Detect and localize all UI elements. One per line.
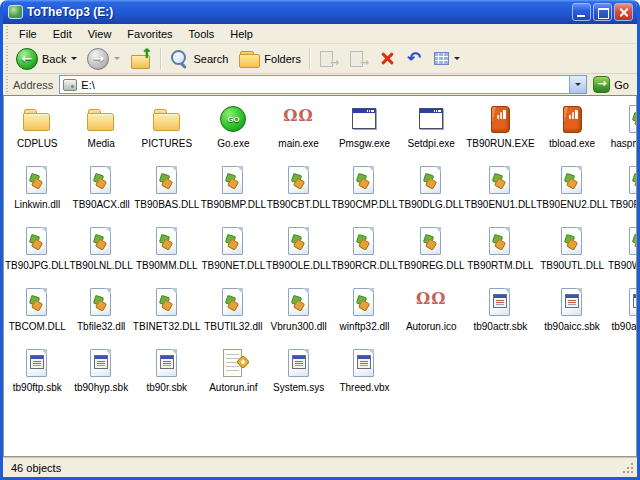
menu-grip[interactable] <box>5 26 10 41</box>
file-item[interactable]: Pmsgw.exe <box>331 103 398 164</box>
file-item[interactable]: tb90r.sbk <box>133 347 201 408</box>
file-item[interactable]: main.exe <box>266 103 331 164</box>
file-item[interactable]: TB90NET.DLL <box>201 225 266 286</box>
dll-file-icon <box>281 164 317 197</box>
file-item[interactable]: Autorun.inf <box>201 347 266 408</box>
delete-button[interactable] <box>373 46 401 72</box>
file-item[interactable]: TB90MM.DLL <box>133 225 201 286</box>
file-item[interactable]: System.sys <box>266 347 331 408</box>
close-button[interactable] <box>614 3 633 21</box>
file-item[interactable]: TB90CBT.DLL <box>266 164 331 225</box>
book-app-icon <box>482 103 518 136</box>
dll-file-icon <box>413 164 449 197</box>
file-name: Autorun.inf <box>209 382 257 393</box>
resize-grip[interactable] <box>621 461 635 475</box>
file-item[interactable]: TB90OLE.DLL <box>266 225 331 286</box>
file-item[interactable]: tb90ftp.sbk <box>5 347 69 408</box>
file-item[interactable]: winftp32.dll <box>331 286 398 347</box>
file-item[interactable]: haspms32.dll <box>608 103 637 164</box>
file-item[interactable]: Linkwin.dll <box>5 164 69 225</box>
file-name: TB90UTL.DLL <box>540 260 604 271</box>
copy-to-button[interactable] <box>343 46 373 72</box>
file-item[interactable]: TBUTIL32.dll <box>201 286 266 347</box>
file-item[interactable]: tb90actr.sbk <box>465 286 537 347</box>
dll-file-icon <box>149 286 185 319</box>
forward-dropdown-caret[interactable] <box>114 57 120 60</box>
back-dropdown-caret[interactable] <box>71 57 77 60</box>
file-item[interactable]: Media <box>69 103 132 164</box>
file-item[interactable]: TB90ENU1.DLL <box>465 164 537 225</box>
menu-help[interactable]: Help <box>222 26 261 42</box>
file-item[interactable]: TB90RUN.EXE <box>465 103 537 164</box>
file-item[interactable]: Go.exe <box>201 103 266 164</box>
file-name: Autorun.ico <box>406 321 457 332</box>
move-to-button[interactable] <box>313 46 343 72</box>
object-count: 46 objects <box>3 462 61 474</box>
file-name: TB90DLG.DLL <box>398 199 464 210</box>
address-value[interactable]: E:\ <box>77 79 569 91</box>
file-item[interactable]: TB90DLG.DLL <box>398 164 465 225</box>
back-label: Back <box>42 53 66 65</box>
file-name: Pmsgw.exe <box>339 138 390 149</box>
file-item[interactable]: TB90JPG.DLL <box>5 225 69 286</box>
file-item[interactable]: TB90UTL.DLL <box>536 225 608 286</box>
document-icon <box>149 347 185 380</box>
title-bar: ToTheTop3 (E:) <box>3 0 637 24</box>
file-item[interactable]: tbload.exe <box>536 103 608 164</box>
file-item[interactable]: tb90anm.sbk <box>608 286 637 347</box>
file-item[interactable]: PICTURES <box>133 103 201 164</box>
file-item[interactable]: TB90ENU2.DLL <box>536 164 608 225</box>
menu-tools[interactable]: Tools <box>181 26 223 42</box>
file-item[interactable]: TB90BMP.DLL <box>201 164 266 225</box>
back-button[interactable]: Back <box>11 46 82 72</box>
dll-file-icon <box>215 286 251 319</box>
file-item[interactable]: TB90REG.DLL <box>398 225 465 286</box>
document-icon <box>83 347 119 380</box>
file-item[interactable]: TB90RCR.DLL <box>331 225 398 286</box>
address-bar: Address E:\ Go <box>3 74 637 96</box>
file-item[interactable]: Setdpi.exe <box>398 103 465 164</box>
folders-label: Folders <box>264 53 301 65</box>
menu-file[interactable]: File <box>11 26 45 42</box>
minimize-button[interactable] <box>572 3 591 21</box>
go-button[interactable]: Go <box>587 74 635 96</box>
folders-button[interactable]: Folders <box>233 46 306 72</box>
file-item[interactable]: tb90aicc.sbk <box>536 286 608 347</box>
address-grip[interactable] <box>5 76 10 93</box>
file-item[interactable]: TB90CMP.DLL <box>331 164 398 225</box>
menu-favorites[interactable]: Favorites <box>119 26 180 42</box>
address-combo[interactable]: E:\ <box>59 75 587 94</box>
file-item[interactable]: TB90RTM.DLL <box>465 225 537 286</box>
file-item[interactable]: TB90LNL.DLL <box>69 225 132 286</box>
file-item[interactable]: TB90FLT.DLL <box>608 164 637 225</box>
maximize-button[interactable] <box>593 3 612 21</box>
file-item[interactable]: CDPLUS <box>5 103 69 164</box>
file-item[interactable]: TB90ACX.dll <box>69 164 132 225</box>
file-item[interactable]: Tbfile32.dll <box>69 286 132 347</box>
window-app-icon <box>413 103 449 136</box>
file-item[interactable]: Vbrun300.dll <box>266 286 331 347</box>
views-button[interactable] <box>429 46 465 72</box>
file-item[interactable]: TBINET32.DLL <box>133 286 201 347</box>
menu-view[interactable]: View <box>80 26 120 42</box>
dll-file-icon <box>622 164 637 197</box>
file-name: haspms32.dll <box>611 138 637 149</box>
undo-button[interactable] <box>401 46 429 72</box>
dll-file-icon <box>346 225 382 258</box>
file-name: tb90actr.sbk <box>473 321 527 332</box>
go-label: Go <box>614 79 629 91</box>
file-item[interactable]: tb90hyp.sbk <box>69 347 132 408</box>
forward-button[interactable] <box>82 46 125 72</box>
search-button[interactable]: Search <box>164 46 233 72</box>
file-item[interactable]: TB90BAS.DLL <box>133 164 201 225</box>
toolbar-grip[interactable] <box>5 46 10 71</box>
up-button[interactable] <box>125 46 157 72</box>
file-item[interactable]: Autorun.ico <box>398 286 465 347</box>
file-name: TB90RCR.DLL <box>331 260 398 271</box>
file-item[interactable]: TBCOM.DLL <box>5 286 69 347</box>
address-dropdown-button[interactable] <box>569 76 586 93</box>
menu-edit[interactable]: Edit <box>45 26 80 42</box>
views-dropdown-caret[interactable] <box>454 57 460 60</box>
file-item[interactable]: TB90WIN.DLL <box>608 225 637 286</box>
file-item[interactable]: Threed.vbx <box>331 347 398 408</box>
